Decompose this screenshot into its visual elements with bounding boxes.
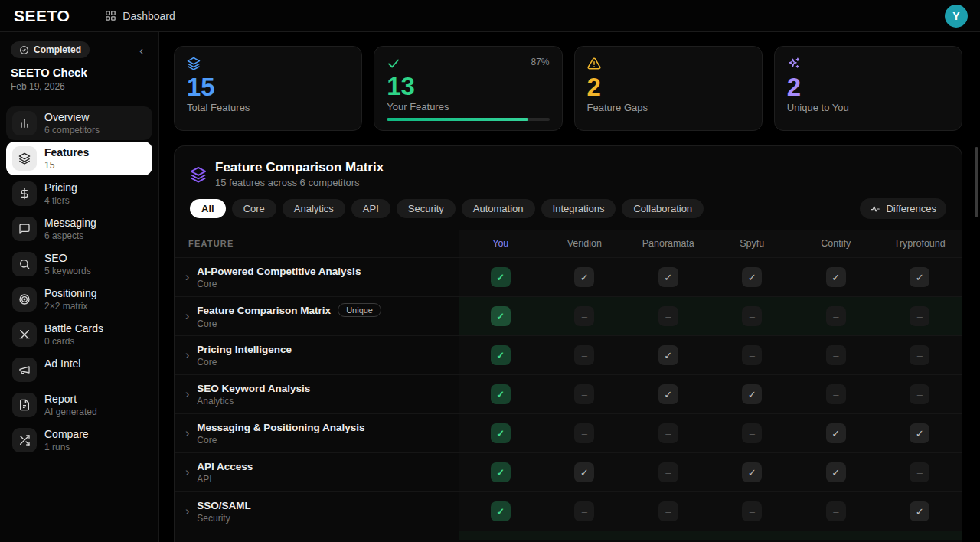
filter-chip-automation[interactable]: Automation [462, 199, 535, 218]
feature-category: Core [197, 318, 381, 329]
sidebar-item-ad-intel[interactable]: Ad Intel — [6, 353, 152, 387]
filter-chip-core[interactable]: Core [232, 199, 276, 218]
scrollbar[interactable] [975, 147, 978, 217]
cell[interactable] [826, 462, 846, 482]
cell[interactable] [658, 267, 678, 287]
column-header-contify: Contify [794, 230, 878, 257]
cell[interactable] [574, 306, 594, 326]
cell-you[interactable] [491, 462, 511, 482]
cell[interactable] [658, 423, 678, 443]
stat-label: Total Features [187, 102, 349, 113]
filter-chip-all[interactable]: All [190, 199, 226, 218]
cell[interactable] [574, 423, 594, 443]
cell[interactable] [742, 423, 762, 443]
stat-value: 2 [787, 73, 949, 101]
cell[interactable] [910, 462, 929, 482]
chevron-right-icon[interactable]: › [185, 271, 189, 283]
sidebar-item-battle-cards[interactable]: Battle Cards 0 cards [6, 318, 152, 351]
feature-category: Core [197, 279, 361, 289]
sidebar-item-pricing[interactable]: Pricing 4 tiers [6, 177, 152, 211]
differences-label: Differences [886, 203, 936, 214]
stats-row: 15 Total Features 87% 13 Your Features [174, 46, 962, 131]
swords-icon [12, 322, 37, 347]
cell-you[interactable] [491, 345, 511, 365]
chevron-right-icon[interactable]: › [185, 427, 189, 439]
chevron-right-icon[interactable]: › [185, 310, 189, 322]
cell[interactable] [574, 384, 594, 404]
cell[interactable] [910, 267, 929, 287]
cell[interactable] [574, 267, 594, 287]
filter-chip-collaboration[interactable]: Collaboration [622, 199, 704, 218]
cell[interactable] [826, 267, 846, 287]
nav-dashboard[interactable]: Dashboard [105, 10, 175, 22]
filter-chip-api[interactable]: API [351, 199, 390, 218]
table-row[interactable]: › Pricing Intelligence Core [175, 335, 962, 374]
cell[interactable] [910, 306, 929, 326]
table-row[interactable]: › Messaging & Positioning Analysis Core [175, 413, 962, 452]
feature-category: Core [197, 435, 364, 446]
filter-chip-security[interactable]: Security [397, 199, 456, 218]
cell[interactable] [826, 345, 846, 365]
cell[interactable] [658, 306, 678, 326]
sidebar-item-sub: 15 [44, 160, 89, 171]
table-row[interactable]: › AI-Powered Competitive Analysis Core [175, 257, 962, 296]
sidebar-item-sub: 4 tiers [44, 195, 77, 206]
cell[interactable] [658, 501, 678, 521]
progress-bar [387, 118, 549, 121]
cell[interactable] [826, 501, 846, 521]
cell[interactable] [742, 384, 762, 404]
bar-chart-icon [12, 111, 37, 136]
table-row[interactable]: › SEO Keyword Analysis Analytics [175, 374, 962, 413]
circle-check-icon [19, 45, 29, 55]
sidebar-item-seo[interactable]: SEO 5 keywords [6, 247, 152, 281]
table-row[interactable]: › API Access API [175, 452, 962, 491]
chevron-right-icon[interactable]: › [185, 349, 189, 361]
warning-triangle-icon [587, 57, 601, 70]
cell[interactable] [658, 345, 678, 365]
cell[interactable] [574, 501, 594, 521]
chevron-right-icon[interactable]: › [185, 505, 189, 518]
sidebar-collapse-button[interactable]: ‹ [135, 44, 148, 57]
sidebar-item-messaging[interactable]: Messaging 6 aspects [6, 212, 152, 246]
cell[interactable] [742, 501, 762, 521]
column-header-veridion: Veridion [543, 230, 627, 257]
sidebar-item-positioning[interactable]: Positioning 2×2 matrix [6, 282, 152, 316]
cell[interactable] [742, 462, 762, 482]
cell-you[interactable] [491, 384, 511, 404]
chevron-right-icon[interactable]: › [185, 466, 189, 478]
feature-name: Messaging & Positioning Analysis [197, 422, 364, 433]
avatar[interactable]: Y [945, 5, 968, 28]
filter-chip-analytics[interactable]: Analytics [283, 199, 345, 218]
cell-you[interactable] [491, 423, 511, 443]
report-date: Feb 19, 2026 [11, 81, 148, 92]
cell[interactable] [742, 267, 762, 287]
chevron-right-icon[interactable]: › [185, 388, 189, 400]
filter-chip-integrations[interactable]: Integrations [541, 199, 616, 218]
cell[interactable] [574, 345, 594, 365]
sidebar-item-overview[interactable]: Overview 6 competitors [6, 106, 152, 140]
cell[interactable] [910, 501, 929, 521]
shuffle-icon [12, 428, 37, 452]
cell[interactable] [574, 462, 594, 482]
sidebar-item-compare[interactable]: Compare 1 runs [6, 423, 152, 457]
cell-you[interactable] [491, 306, 511, 326]
cell[interactable] [910, 345, 929, 365]
cell[interactable] [826, 306, 846, 326]
differences-toggle[interactable]: Differences [860, 198, 946, 219]
table-row[interactable]: › SSO/SAML Security [175, 491, 962, 531]
cell[interactable] [658, 384, 678, 404]
table-row[interactable]: › Feature Comparison Matrix Unique Core [175, 296, 962, 335]
cell[interactable] [742, 306, 762, 326]
cell[interactable] [742, 345, 762, 365]
cell-you[interactable] [491, 501, 511, 521]
sidebar-item-label: Ad Intel [44, 358, 80, 371]
cell-you[interactable] [491, 267, 511, 287]
cell[interactable] [826, 384, 846, 404]
panel-title: Feature Comparison Matrix [215, 160, 384, 175]
cell[interactable] [910, 384, 929, 404]
sidebar-item-features[interactable]: Features 15 [6, 142, 152, 175]
cell[interactable] [658, 462, 678, 482]
sidebar-item-report[interactable]: Report AI generated [6, 388, 152, 422]
cell[interactable] [826, 423, 846, 443]
cell[interactable] [910, 423, 929, 443]
